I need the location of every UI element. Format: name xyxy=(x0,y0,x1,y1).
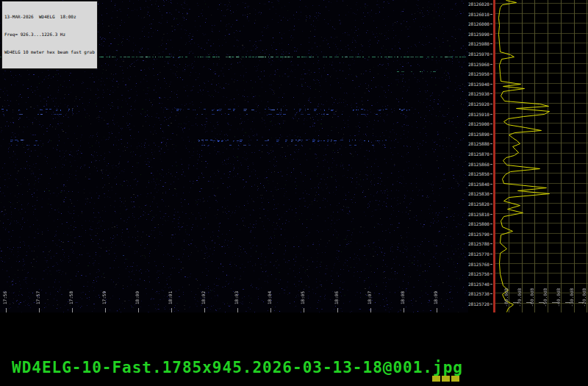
info-date-call-time: 13-MAR-2026 WD4ELG 18:00z xyxy=(4,14,95,20)
frequency-tick-label: 28125760 xyxy=(468,262,490,267)
info-station-description: WD4ELG 10 meter hex beam fast grab xyxy=(4,49,95,55)
frequency-tick-label: 28125730 xyxy=(468,291,490,296)
frequency-tick-label: 28125850 xyxy=(468,171,490,176)
db-tick-label: -40.0dB xyxy=(556,288,561,307)
frequency-tick-label: 28125790 xyxy=(468,232,490,237)
filename-caption: WD4ELG-10-Fast.1785x945.2026-03-13-18@00… xyxy=(12,359,463,376)
frequency-tick-label: 28125980 xyxy=(468,41,490,46)
frequency-tick-label: 28125740 xyxy=(468,282,490,287)
frequency-tick-label: 28125780 xyxy=(468,241,490,246)
frequency-tick-label: 28125920 xyxy=(468,101,490,107)
frequency-tick-label: 28125770 xyxy=(468,251,490,257)
frequency-tick-label: 28125810 xyxy=(468,212,490,217)
db-tick-label: -30.0dB xyxy=(569,288,574,307)
frequency-tick-label: 28125940 xyxy=(468,82,490,87)
frequency-tick-label: 28125970 xyxy=(468,51,490,57)
db-tick-label: -80.0dB xyxy=(503,288,509,307)
yellow-segment-blocks-icon xyxy=(432,376,459,382)
time-tick-label: 17:57 xyxy=(35,291,40,304)
frequency-tick-label: 28125830 xyxy=(468,191,490,196)
db-tick-label: -60.0dB xyxy=(529,288,534,307)
frequency-tick-label: 28125820 xyxy=(468,201,490,207)
frequency-tick-label: 28125990 xyxy=(468,32,490,37)
time-tick-label: 18:08 xyxy=(400,291,405,304)
time-tick-label: 17:58 xyxy=(68,291,74,304)
frequency-tick-label: 28126020 xyxy=(468,1,490,7)
frequency-tick-label: 28125880 xyxy=(468,141,490,146)
red-divider-line xyxy=(493,0,495,312)
yellow-block xyxy=(442,376,450,382)
time-tick-label: 18:03 xyxy=(234,291,239,304)
frequency-tick-label: 28125720 xyxy=(468,301,490,307)
time-tick-label: 18:04 xyxy=(267,291,272,304)
time-tick-label: 18:02 xyxy=(201,291,206,304)
frequency-tick-label: 28125870 xyxy=(468,151,490,157)
time-tick-label: 17:56 xyxy=(2,291,7,304)
frequency-tick-label: 28125750 xyxy=(468,271,490,276)
time-tick-label: 17:59 xyxy=(101,291,107,304)
frequency-tick-label: 28125800 xyxy=(468,221,490,226)
db-tick-label: -50.0dB xyxy=(542,288,548,307)
yellow-block xyxy=(432,376,440,382)
time-tick-label: 18:07 xyxy=(367,291,372,304)
frequency-tick-label: 28125960 xyxy=(468,62,490,67)
time-tick-label: 18:05 xyxy=(300,291,305,304)
frequency-tick-label: 28125910 xyxy=(468,112,490,117)
grabber-screenshot: 13-MAR-2026 WD4ELG 18:00z Freq= 926.3...… xyxy=(0,0,588,386)
time-tick-label: 18:09 xyxy=(433,291,438,304)
yellow-block xyxy=(451,376,459,382)
frequency-tick-label: 28126000 xyxy=(468,21,490,26)
time-tick-label: 18:00 xyxy=(135,291,140,304)
frequency-tick-label: 28125900 xyxy=(468,121,490,126)
frequency-tick-label: 28125860 xyxy=(468,162,490,167)
db-tick-label: -70.0dB xyxy=(517,288,522,307)
frequency-tick-label: 28125930 xyxy=(468,91,490,96)
time-tick-label: 18:01 xyxy=(168,291,173,304)
spectrum-plot xyxy=(495,0,588,312)
frequency-tick-label: 28125840 xyxy=(468,182,490,187)
info-box: 13-MAR-2026 WD4ELG 18:00z Freq= 926.3...… xyxy=(1,1,98,69)
frequency-tick-label: 28126010 xyxy=(468,12,490,17)
db-tick-label: -20.0dB xyxy=(581,288,587,307)
time-tick-label: 18:06 xyxy=(334,291,339,304)
frequency-axis: 2812602028126010281260002812599028125980… xyxy=(468,1,493,311)
info-frequency-range: Freq= 926.3...1226.3 Hz xyxy=(4,32,95,37)
frequency-tick-label: 28125890 xyxy=(468,132,490,137)
frequency-tick-label: 28125950 xyxy=(468,71,490,76)
